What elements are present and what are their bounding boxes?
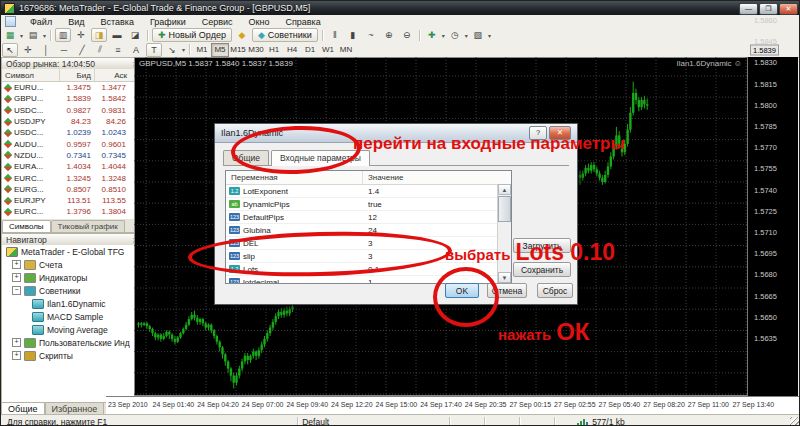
line-chart-icon[interactable]: ~ (363, 28, 379, 42)
param-row-LotExponent[interactable]: 1.2LotExponent1.4 (226, 185, 511, 198)
timeframe-MN[interactable]: MN (337, 43, 355, 57)
vertical-line-icon[interactable]: │ (38, 43, 54, 57)
templates-icon[interactable]: ▧ (470, 28, 486, 42)
profiles-icon[interactable]: ▤ (25, 28, 41, 42)
timeframe-D1[interactable]: D1 (301, 43, 319, 57)
navigator-item-Индикаторы[interactable]: +Индикаторы (2, 271, 135, 284)
dropdown-caret-icon[interactable]: ▾ (465, 32, 468, 39)
navigator-item-Советники[interactable]: −Советники (2, 284, 135, 297)
crosshair-icon[interactable]: ✛ (20, 43, 36, 57)
market-watch-row[interactable]: EURA...1.40341.4044 (2, 161, 135, 172)
status-profile[interactable]: Default (302, 417, 329, 426)
market-watch-icon[interactable]: ▥ (55, 28, 71, 42)
market-watch-row[interactable]: AUDU...0.95970.9601 (2, 138, 135, 149)
navigator-item-Пользовательские Инд[interactable]: +Пользовательские Инд (2, 336, 135, 349)
menu-item-Графики[interactable]: Графики (142, 16, 194, 28)
market-watch-row[interactable]: EURG...0.85070.8510 (2, 184, 135, 195)
timeframe-H4[interactable]: H4 (283, 43, 301, 57)
param-name-cell: 123DefaultPips (226, 213, 363, 222)
menu-item-Справка[interactable]: Справка (277, 16, 328, 28)
horizontal-line-icon[interactable]: ─ (56, 43, 72, 57)
menu-item-Окно[interactable]: Окно (241, 16, 278, 28)
param-row-DefaultPips[interactable]: 123DefaultPips12 (226, 211, 511, 224)
text-label-icon[interactable]: T (146, 43, 162, 57)
data-window-icon[interactable]: ✛ (73, 28, 89, 42)
param-value[interactable]: true (363, 200, 382, 209)
new-order-button[interactable]: ✚ Новый Ордер (152, 28, 232, 42)
menu-item-Сервис[interactable]: Сервис (194, 16, 241, 28)
bar-chart-icon[interactable]: ‖ (327, 28, 343, 42)
text-icon[interactable]: A (128, 43, 144, 57)
alert-icon[interactable]: ◆ (234, 28, 250, 42)
menu-item-Вид[interactable]: Вид (60, 16, 92, 28)
dropdown-caret-icon[interactable]: ▾ (182, 46, 185, 53)
reset-button[interactable]: Сброс (537, 283, 573, 298)
menu-item-Вставка[interactable]: Вставка (92, 16, 141, 28)
market-watch-row[interactable]: EURC...1.37961.3804 (2, 206, 135, 217)
navigator-item-Moving Average[interactable]: Moving Average (2, 323, 135, 336)
channel-icon[interactable]: ⫽ (92, 43, 108, 57)
market-watch-row[interactable]: EURC...1.32451.3248 (2, 172, 135, 183)
timeframe-M15[interactable]: M15 (229, 43, 247, 57)
collapse-minus-icon[interactable]: − (12, 286, 21, 295)
param-value[interactable]: 1.4 (363, 187, 379, 196)
timeframe-H1[interactable]: H1 (265, 43, 283, 57)
menu-item-Файл[interactable]: Файл (22, 16, 60, 28)
navigator-root[interactable]: MetaTrader - E-Global TFG (2, 245, 135, 258)
param-row-DynamicPips[interactable]: abDynamicPipstrue (226, 198, 511, 211)
navigator-item-Ilan1.6Dynamic[interactable]: Ilan1.6Dynamic (2, 297, 135, 310)
param-value[interactable]: 1 (363, 278, 372, 285)
dropdown-caret-icon[interactable]: ▾ (20, 32, 23, 39)
chart-context-icon[interactable] (5, 16, 16, 27)
expand-plus-icon[interactable]: + (12, 260, 21, 269)
timeframe-W1[interactable]: W1 (319, 43, 337, 57)
zoom-in-icon[interactable]: ⊕ (381, 28, 397, 42)
expand-plus-icon[interactable]: + (12, 338, 21, 347)
candle (235, 376, 237, 383)
market-watch-row[interactable]: USDJPY84.2384.26 (2, 116, 135, 127)
symbol-name: NZDU... (14, 151, 43, 160)
navigator-item-Скрипты[interactable]: +Скрипты (2, 349, 135, 362)
tab-symbols[interactable]: Символы (2, 220, 51, 232)
dropdown-caret-icon[interactable]: ▾ (442, 32, 445, 39)
new-chart-icon[interactable]: ▦ (2, 28, 18, 42)
cursor-icon[interactable]: ↖ (2, 43, 18, 57)
dropdown-caret-icon[interactable]: ▾ (43, 32, 46, 39)
arrows-icon[interactable]: ↘ (164, 43, 180, 57)
navigator-item-MACD Sample[interactable]: MACD Sample (2, 310, 135, 323)
price-axis[interactable]: 1.58601.58451.58301.58151.58001.57851.57… (747, 57, 798, 396)
params-scrollbar[interactable]: ▲ ▼ (497, 184, 511, 283)
zoom-in-icon-glyph: ⊕ (385, 30, 393, 40)
scroll-thumb[interactable] (498, 196, 511, 222)
dropdown-caret-icon[interactable]: ▾ (488, 32, 491, 39)
terminal-icon[interactable]: ▬ (109, 28, 125, 42)
timeframe-M30[interactable]: M30 (247, 43, 265, 57)
market-watch-row[interactable]: EURU...1.34751.3477 (2, 82, 135, 93)
market-watch-row[interactable]: NZDU...0.73410.7345 (2, 150, 135, 161)
scroll-up-icon[interactable]: ▲ (498, 184, 511, 195)
expand-plus-icon[interactable]: + (12, 273, 21, 282)
periods-icon[interactable]: ◷ (447, 28, 463, 42)
fibonacci-icon[interactable]: ≡ (110, 43, 126, 57)
tab-tick-chart[interactable]: Тиковый график (51, 220, 125, 232)
param-value[interactable]: 12 (363, 213, 377, 222)
indicators-icon[interactable]: ✚ (424, 28, 440, 42)
trendline-icon[interactable]: ╱ (74, 43, 90, 57)
resize-grip[interactable] (790, 417, 800, 426)
time-axis[interactable]: 23 Sep 201024 Sep 01:4024 Sep 04:2024 Se… (106, 396, 800, 414)
line-chart-icon-glyph: ~ (368, 30, 373, 40)
expand-plus-icon[interactable]: + (12, 351, 21, 360)
experts-button[interactable]: ◆ Советники (252, 28, 318, 42)
candle-chart-icon[interactable]: ▮ (345, 28, 361, 42)
market-watch-row[interactable]: EURJPY113.51113.55 (2, 195, 135, 206)
zoom-out-icon[interactable]: ⊖ (399, 28, 415, 42)
navigator-item-Счета[interactable]: +Счета (2, 258, 135, 271)
market-watch-row[interactable]: GBPU...1.58391.5842 (2, 93, 135, 104)
market-watch-row[interactable]: USDC...0.98270.9831 (2, 105, 135, 116)
market-watch-row[interactable]: USDC...1.02391.0243 (2, 127, 135, 138)
timeframe-M1[interactable]: M1 (193, 43, 211, 57)
navigator-icon[interactable]: ◨ (91, 28, 107, 42)
timeframe-M5[interactable]: M5 (211, 43, 229, 57)
strategy-tester-icon[interactable]: ◪ (127, 28, 143, 42)
scroll-down-icon[interactable]: ▼ (498, 272, 511, 283)
